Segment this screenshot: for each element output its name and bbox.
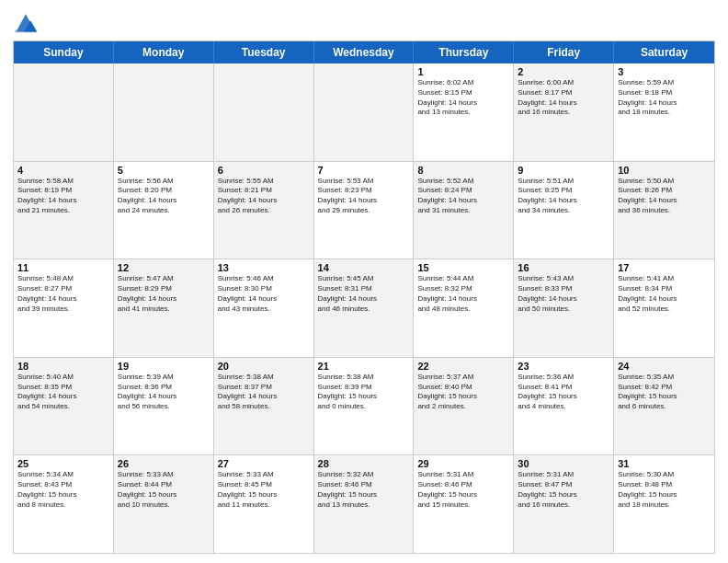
day-info: Sunrise: 5:31 AM Sunset: 8:46 PM Dayligh… (417, 470, 509, 510)
calendar-cell: 5Sunrise: 5:56 AM Sunset: 8:20 PM Daylig… (114, 162, 214, 259)
calendar-header-cell: Friday (514, 41, 614, 63)
calendar-cell: 22Sunrise: 5:37 AM Sunset: 8:40 PM Dayli… (414, 358, 514, 455)
day-info: Sunrise: 5:37 AM Sunset: 8:40 PM Dayligh… (417, 373, 509, 412)
calendar-cell: 4Sunrise: 5:58 AM Sunset: 8:19 PM Daylig… (14, 162, 114, 259)
calendar-cell: 20Sunrise: 5:38 AM Sunset: 8:37 PM Dayli… (214, 358, 314, 455)
day-info: Sunrise: 5:50 AM Sunset: 8:26 PM Dayligh… (618, 177, 711, 216)
day-number: 28 (318, 458, 410, 469)
calendar-cell (14, 63, 114, 161)
day-info: Sunrise: 6:00 AM Sunset: 8:17 PM Dayligh… (518, 78, 609, 118)
day-number: 16 (518, 262, 609, 273)
calendar-cell: 23Sunrise: 5:36 AM Sunset: 8:41 PM Dayli… (514, 358, 614, 455)
day-number: 21 (318, 361, 410, 372)
calendar-header-cell: Saturday (614, 41, 714, 63)
logo (13, 9, 42, 35)
calendar-cell: 7Sunrise: 5:53 AM Sunset: 8:23 PM Daylig… (314, 162, 415, 259)
calendar-cell: 11Sunrise: 5:48 AM Sunset: 8:27 PM Dayli… (14, 259, 114, 357)
day-number: 9 (518, 165, 609, 176)
day-number: 24 (618, 361, 711, 372)
day-number: 2 (518, 66, 609, 77)
calendar-row: 4Sunrise: 5:58 AM Sunset: 8:19 PM Daylig… (14, 162, 714, 260)
day-info: Sunrise: 5:46 AM Sunset: 8:30 PM Dayligh… (218, 274, 310, 314)
calendar-row: 11Sunrise: 5:48 AM Sunset: 8:27 PM Dayli… (14, 259, 714, 358)
calendar-cell: 15Sunrise: 5:44 AM Sunset: 8:32 PM Dayli… (414, 259, 514, 357)
calendar-header: SundayMondayTuesdayWednesdayThursdayFrid… (14, 41, 714, 63)
day-info: Sunrise: 6:02 AM Sunset: 8:15 PM Dayligh… (417, 78, 509, 118)
page: SundayMondayTuesdayWednesdayThursdayFrid… (0, 0, 728, 563)
day-info: Sunrise: 5:43 AM Sunset: 8:33 PM Dayligh… (518, 274, 609, 314)
calendar-cell: 12Sunrise: 5:47 AM Sunset: 8:29 PM Dayli… (114, 259, 214, 357)
calendar-header-cell: Thursday (414, 41, 514, 63)
calendar-row: 18Sunrise: 5:40 AM Sunset: 8:35 PM Dayli… (14, 358, 714, 456)
day-info: Sunrise: 5:48 AM Sunset: 8:27 PM Dayligh… (17, 274, 109, 314)
calendar-body: 1Sunrise: 6:02 AM Sunset: 8:15 PM Daylig… (14, 63, 714, 553)
day-number: 17 (618, 262, 711, 273)
day-number: 18 (17, 361, 109, 372)
day-info: Sunrise: 5:51 AM Sunset: 8:25 PM Dayligh… (518, 177, 609, 216)
day-info: Sunrise: 5:34 AM Sunset: 8:43 PM Dayligh… (17, 470, 109, 510)
day-number: 11 (17, 262, 109, 273)
calendar-cell: 21Sunrise: 5:38 AM Sunset: 8:39 PM Dayli… (314, 358, 415, 455)
day-number: 22 (417, 361, 509, 372)
calendar-row: 1Sunrise: 6:02 AM Sunset: 8:15 PM Daylig… (14, 63, 714, 162)
calendar-cell: 27Sunrise: 5:33 AM Sunset: 8:45 PM Dayli… (214, 455, 314, 553)
day-number: 20 (218, 361, 310, 372)
day-number: 13 (218, 262, 310, 273)
calendar-cell (114, 63, 214, 161)
day-number: 1 (417, 66, 509, 77)
day-number: 12 (118, 262, 210, 273)
calendar-cell: 28Sunrise: 5:32 AM Sunset: 8:46 PM Dayli… (314, 455, 415, 553)
day-info: Sunrise: 5:35 AM Sunset: 8:42 PM Dayligh… (618, 373, 711, 412)
day-info: Sunrise: 5:38 AM Sunset: 8:37 PM Dayligh… (218, 373, 310, 412)
calendar-cell: 31Sunrise: 5:30 AM Sunset: 8:48 PM Dayli… (614, 455, 714, 553)
day-info: Sunrise: 5:41 AM Sunset: 8:34 PM Dayligh… (618, 274, 711, 314)
day-info: Sunrise: 5:39 AM Sunset: 8:36 PM Dayligh… (118, 373, 210, 412)
calendar-header-cell: Wednesday (314, 41, 415, 63)
day-info: Sunrise: 5:45 AM Sunset: 8:31 PM Dayligh… (318, 274, 410, 314)
day-info: Sunrise: 5:58 AM Sunset: 8:19 PM Dayligh… (17, 177, 109, 216)
day-number: 6 (218, 165, 310, 176)
calendar-cell: 10Sunrise: 5:50 AM Sunset: 8:26 PM Dayli… (614, 162, 714, 259)
calendar-cell: 24Sunrise: 5:35 AM Sunset: 8:42 PM Dayli… (614, 358, 714, 455)
day-number: 15 (417, 262, 509, 273)
calendar-cell: 13Sunrise: 5:46 AM Sunset: 8:30 PM Dayli… (214, 259, 314, 357)
calendar-cell: 17Sunrise: 5:41 AM Sunset: 8:34 PM Dayli… (614, 259, 714, 357)
day-number: 31 (618, 458, 711, 469)
day-number: 7 (318, 165, 410, 176)
calendar-cell: 25Sunrise: 5:34 AM Sunset: 8:43 PM Dayli… (14, 455, 114, 553)
day-info: Sunrise: 5:53 AM Sunset: 8:23 PM Dayligh… (318, 177, 410, 216)
calendar-row: 25Sunrise: 5:34 AM Sunset: 8:43 PM Dayli… (14, 455, 714, 553)
calendar-header-cell: Monday (114, 41, 214, 63)
day-number: 10 (618, 165, 711, 176)
calendar-cell: 18Sunrise: 5:40 AM Sunset: 8:35 PM Dayli… (14, 358, 114, 455)
day-number: 5 (118, 165, 210, 176)
day-info: Sunrise: 5:33 AM Sunset: 8:45 PM Dayligh… (218, 470, 310, 510)
calendar-cell: 3Sunrise: 5:59 AM Sunset: 8:18 PM Daylig… (614, 63, 714, 161)
day-number: 14 (318, 262, 410, 273)
calendar-cell: 1Sunrise: 6:02 AM Sunset: 8:15 PM Daylig… (414, 63, 514, 161)
header (13, 9, 715, 35)
calendar-cell (214, 63, 314, 161)
calendar-header-cell: Tuesday (214, 41, 314, 63)
day-info: Sunrise: 5:32 AM Sunset: 8:46 PM Dayligh… (318, 470, 410, 510)
day-number: 23 (518, 361, 609, 372)
calendar-cell (314, 63, 415, 161)
day-info: Sunrise: 5:31 AM Sunset: 8:47 PM Dayligh… (518, 470, 609, 510)
logo-icon (13, 9, 39, 35)
day-info: Sunrise: 5:40 AM Sunset: 8:35 PM Dayligh… (17, 373, 109, 412)
day-number: 25 (17, 458, 109, 469)
calendar-cell: 26Sunrise: 5:33 AM Sunset: 8:44 PM Dayli… (114, 455, 214, 553)
day-number: 26 (118, 458, 210, 469)
calendar-cell: 2Sunrise: 6:00 AM Sunset: 8:17 PM Daylig… (514, 63, 614, 161)
day-info: Sunrise: 5:59 AM Sunset: 8:18 PM Dayligh… (618, 78, 711, 118)
day-number: 4 (17, 165, 109, 176)
calendar-cell: 30Sunrise: 5:31 AM Sunset: 8:47 PM Dayli… (514, 455, 614, 553)
calendar: SundayMondayTuesdayWednesdayThursdayFrid… (13, 40, 715, 554)
calendar-cell: 19Sunrise: 5:39 AM Sunset: 8:36 PM Dayli… (114, 358, 214, 455)
day-number: 27 (218, 458, 310, 469)
day-info: Sunrise: 5:47 AM Sunset: 8:29 PM Dayligh… (118, 274, 210, 314)
day-number: 8 (417, 165, 509, 176)
calendar-header-cell: Sunday (14, 41, 114, 63)
day-number: 30 (518, 458, 609, 469)
day-number: 3 (618, 66, 711, 77)
